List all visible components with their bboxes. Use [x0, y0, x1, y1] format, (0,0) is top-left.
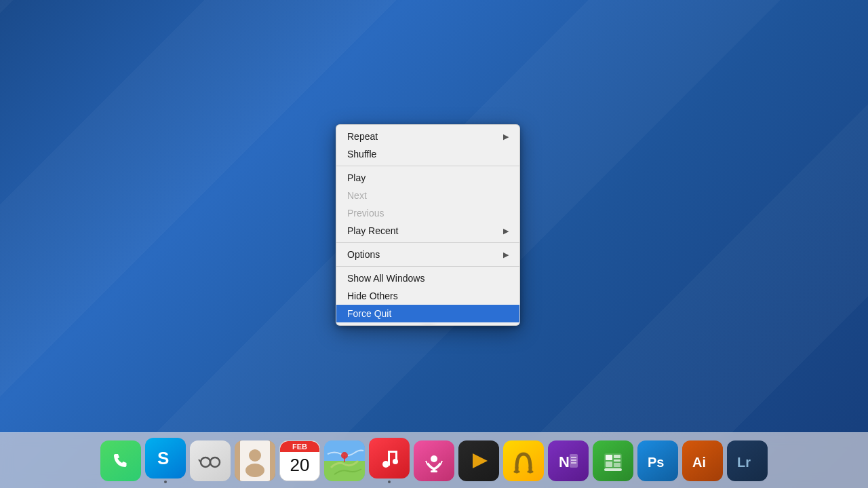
- svg-rect-35: [614, 455, 620, 458]
- dock-icon-contacts: [235, 440, 275, 481]
- svg-rect-39: [604, 468, 622, 471]
- menu-item-shuffle[interactable]: Shuffle: [336, 145, 519, 163]
- svg-point-1: [201, 457, 210, 467]
- menu-item-options[interactable]: Options ▶: [336, 246, 519, 263]
- menu-section-options: Options ▶: [336, 243, 519, 267]
- dock-icon-photoshop: Ps: [637, 440, 678, 481]
- svg-rect-36: [614, 459, 620, 462]
- dock-item-podcasts[interactable]: [414, 440, 454, 481]
- submenu-arrow-repeat: ▶: [503, 132, 509, 141]
- dock-item-onenote[interactable]: N: [548, 440, 589, 481]
- svg-rect-17: [388, 451, 390, 466]
- menu-item-hide-others[interactable]: Hide Others: [336, 287, 519, 305]
- submenu-arrow-play-recent: ▶: [503, 227, 509, 236]
- dock-dot-skype: [164, 481, 167, 483]
- dock-item-plex[interactable]: [458, 440, 499, 481]
- svg-rect-34: [606, 455, 612, 460]
- menu-section-playback: Play Next Previous Play Recent ▶: [336, 166, 519, 243]
- calendar-month-label: FEB: [280, 441, 319, 452]
- dock-item-itunes[interactable]: [369, 438, 410, 483]
- svg-rect-11: [235, 467, 240, 471]
- dock: S: [0, 432, 868, 488]
- dock-icon-numbers: [593, 440, 633, 481]
- svg-rect-10: [235, 459, 240, 463]
- submenu-arrow-options: ▶: [503, 250, 509, 259]
- svg-rect-38: [614, 463, 620, 467]
- svg-rect-19: [395, 453, 397, 463]
- dock-item-numbers[interactable]: [593, 440, 633, 481]
- dock-icon-onenote: N: [548, 440, 589, 481]
- dock-item-calendar[interactable]: FEB 20: [279, 440, 320, 481]
- dock-icon-phone: [100, 440, 141, 481]
- svg-rect-29: [570, 454, 578, 468]
- dock-item-phone[interactable]: [100, 440, 141, 481]
- dock-item-contacts[interactable]: [235, 440, 275, 481]
- svg-text:N: N: [559, 453, 570, 470]
- dock-item-illustrator[interactable]: Ai: [682, 440, 723, 481]
- svg-rect-9: [235, 451, 240, 455]
- menu-item-next[interactable]: Next: [336, 187, 519, 204]
- dock-icon-itunes: [369, 438, 410, 478]
- dock-icon-skype: S: [145, 438, 186, 478]
- svg-point-8: [245, 464, 264, 477]
- dock-item-photoshop[interactable]: Ps: [637, 440, 678, 481]
- svg-rect-22: [431, 470, 437, 472]
- menu-item-force-quit[interactable]: Force Quit: [336, 305, 519, 322]
- svg-text:Ps: Ps: [648, 455, 664, 470]
- svg-rect-18: [388, 451, 397, 453]
- menu-item-repeat[interactable]: Repeat ▶: [336, 128, 519, 145]
- dock-icon-calendar: FEB 20: [279, 440, 320, 481]
- svg-point-2: [210, 457, 220, 467]
- dock-icon-maps: [324, 440, 365, 481]
- dock-item-unison[interactable]: [503, 440, 544, 481]
- context-menu: Repeat ▶ Shuffle Play Next Previous Play…: [336, 124, 520, 326]
- dock-dot-itunes: [388, 481, 391, 483]
- menu-item-play-recent[interactable]: Play Recent ▶: [336, 222, 519, 240]
- menu-section-window: Show All Windows Hide Others Force Quit: [336, 267, 519, 325]
- svg-point-7: [249, 449, 261, 462]
- calendar-day-label: 20: [290, 452, 310, 476]
- dock-item-skype[interactable]: S: [145, 438, 186, 483]
- dock-item-lightroom[interactable]: Lr: [727, 440, 768, 481]
- menu-item-previous[interactable]: Previous: [336, 204, 519, 222]
- desktop: Repeat ▶ Shuffle Play Next Previous Play…: [0, 0, 868, 488]
- menu-section-repeat-shuffle: Repeat ▶ Shuffle: [336, 125, 519, 166]
- dock-icon-lightroom: Lr: [727, 440, 768, 481]
- svg-text:Ai: Ai: [692, 455, 706, 470]
- dock-icon-illustrator: Ai: [682, 440, 723, 481]
- menu-item-show-all-windows[interactable]: Show All Windows: [336, 269, 519, 287]
- svg-point-20: [431, 455, 437, 462]
- dock-icon-papers: [190, 440, 231, 481]
- menu-item-play[interactable]: Play: [336, 169, 519, 187]
- svg-text:S: S: [157, 448, 169, 468]
- svg-text:Lr: Lr: [737, 455, 751, 470]
- svg-marker-23: [473, 453, 488, 468]
- svg-rect-37: [606, 462, 612, 467]
- dock-item-papers[interactable]: [190, 440, 231, 481]
- dock-icon-unison: [503, 440, 544, 481]
- dock-icon-podcasts: [414, 440, 454, 481]
- dock-icon-plex: [458, 440, 499, 481]
- dock-item-maps[interactable]: [324, 440, 365, 481]
